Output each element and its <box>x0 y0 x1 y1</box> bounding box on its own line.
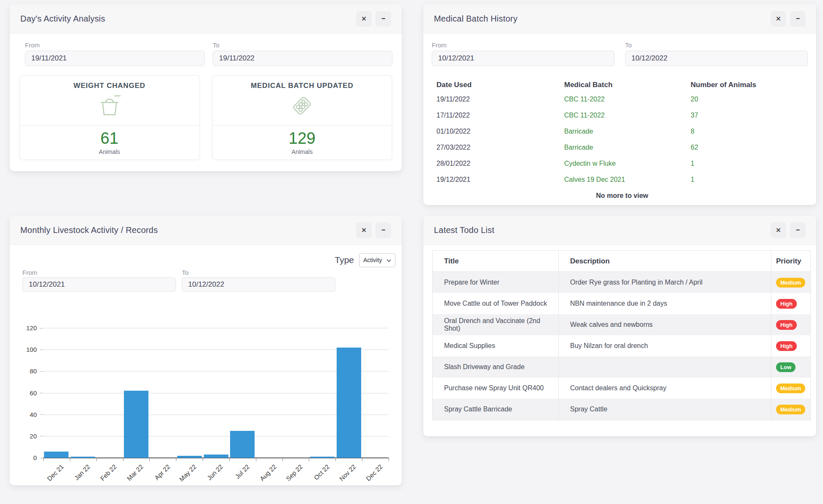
batch-name-link[interactable]: Barricade <box>564 128 691 135</box>
close-button[interactable]: ✕ <box>771 222 786 238</box>
y-axis-tick-label: 40 <box>10 411 37 418</box>
batch-history-row: 19/11/2022CBC 11-202220 <box>436 91 808 107</box>
todo-description-cell: Buy Nilzan for oral drench <box>559 335 771 356</box>
x-axis-tick <box>176 458 176 461</box>
type-select-value: Activity <box>363 257 382 263</box>
batch-animals-cell: 62 <box>691 144 808 151</box>
panel-header: Day's Activity Analysis ✕ − <box>10 4 402 33</box>
to-label: To <box>182 269 189 276</box>
batch-name-link[interactable]: CBC 11-2022 <box>564 96 691 103</box>
close-button[interactable]: ✕ <box>356 11 372 27</box>
medical-batch-history-panel: Medical Batch History ✕ − From To 10/12/… <box>423 4 816 205</box>
minimize-icon: − <box>796 226 800 234</box>
batch-history-row: 27/03/2022Barricade62 <box>436 140 808 156</box>
to-label: To <box>625 41 632 49</box>
todo-table-header: Title Description Priority <box>433 251 810 272</box>
y-axis-tick <box>40 350 43 350</box>
weight-changed-card: WEIGHT CHANGED 61 Animals <box>19 75 200 160</box>
x-axis-tick <box>70 458 70 461</box>
todo-priority-cell: High <box>771 293 810 314</box>
medical-batch-updated-count: 129 <box>289 130 315 148</box>
chevron-down-icon <box>387 257 391 263</box>
todo-table: Title Description Priority Prepare for W… <box>432 250 811 420</box>
todo-title-cell: Prepare for Winter <box>433 272 559 293</box>
type-select[interactable]: Activity <box>359 253 395 267</box>
from-date-input[interactable]: 19/11/2021 <box>25 51 205 66</box>
todo-row: Medical SuppliesBuy Nilzan for oral dren… <box>433 335 810 356</box>
stat-unit-label: Animals <box>291 148 313 155</box>
batch-name-link[interactable]: Cydectin w Fluke <box>564 160 691 167</box>
priority-badge: High <box>776 299 797 309</box>
chart-bar <box>230 431 255 458</box>
batch-history-row: 28/01/2022Cydectin w Fluke1 <box>436 156 808 172</box>
close-button[interactable]: ✕ <box>356 222 372 238</box>
close-icon: ✕ <box>776 226 781 234</box>
weight-scale-icon <box>96 93 123 120</box>
to-date-input[interactable]: 10/12/2022 <box>182 277 335 292</box>
column-header-medical-batch: Medical Batch <box>564 81 691 89</box>
batch-history-table: Date Used Medical Batch Number of Animal… <box>432 79 808 200</box>
x-axis-tick <box>123 458 123 461</box>
panel-title: Medical Batch History <box>434 14 771 24</box>
chart-gridline <box>43 328 389 329</box>
batch-name-link[interactable]: CBC 11-2022 <box>564 112 691 119</box>
y-axis-tick <box>40 371 43 372</box>
todo-row: Prepare for WinterOrder Rye grass for Pl… <box>433 272 810 293</box>
y-axis-tick-label: 100 <box>10 346 37 353</box>
todo-description-cell: Contact dealers and Quickspray <box>559 378 771 399</box>
from-label: From <box>22 269 37 276</box>
minimize-button[interactable]: − <box>376 11 391 27</box>
x-axis-tick <box>43 458 44 461</box>
batch-date-cell: 28/01/2022 <box>436 160 564 167</box>
x-axis-tick <box>335 458 336 461</box>
y-axis-tick <box>40 414 43 415</box>
x-axis-tick <box>283 458 283 461</box>
medical-batch-updated-card: MEDICAL BATCH UPDATED 129 Animals <box>212 75 392 160</box>
todo-title-cell: Spray Cattle Barricade <box>433 399 559 420</box>
todo-priority-cell: High <box>771 314 810 335</box>
todo-row: Slash Driveway and GradeLow <box>433 356 810 378</box>
close-icon: ✕ <box>776 15 781 23</box>
priority-badge: High <box>776 320 797 330</box>
close-button[interactable]: ✕ <box>771 11 786 27</box>
minimize-button[interactable]: − <box>790 11 806 27</box>
to-date-input[interactable]: 19/11/2022 <box>213 51 392 66</box>
todo-description-cell: NBN maintenance due in 2 days <box>559 293 771 314</box>
batch-name-link[interactable]: Calves 19 Dec 2021 <box>564 176 691 184</box>
batch-date-cell: 01/10/2022 <box>436 128 564 135</box>
panel-header: Medical Batch History ✕ − <box>423 4 816 33</box>
y-axis-tick-label: 80 <box>10 367 37 375</box>
panel-header: Monthly Livestock Activity / Records ✕ − <box>10 216 402 245</box>
batch-history-row: 17/11/2022CBC 11-202237 <box>436 107 808 123</box>
monthly-livestock-activity-panel: Monthly Livestock Activity / Records ✕ −… <box>10 216 402 485</box>
batch-table-header: Date Used Medical Batch Number of Animal… <box>436 79 808 91</box>
batch-name-link[interactable]: Barricade <box>564 144 691 151</box>
priority-badge: Medium <box>776 383 805 393</box>
from-label: From <box>432 41 447 49</box>
pill-blister-icon <box>289 93 315 120</box>
latest-todo-list-panel: Latest Todo List ✕ − Title Description P… <box>423 216 816 436</box>
x-axis-tick <box>389 458 389 461</box>
y-axis-tick <box>40 393 43 393</box>
from-date-input[interactable]: 10/12/2021 <box>22 277 176 292</box>
x-axis-tick <box>203 458 203 461</box>
priority-badge: Low <box>776 362 796 372</box>
batch-animals-cell: 1 <box>691 160 808 167</box>
chart-bar <box>124 391 148 458</box>
to-date-input[interactable]: 10/12/2022 <box>625 51 808 66</box>
panel-header: Latest Todo List ✕ − <box>423 216 816 245</box>
column-header-priority: Priority <box>771 251 810 271</box>
y-axis-tick <box>40 458 43 458</box>
minimize-icon: − <box>381 15 385 22</box>
from-date-input[interactable]: 10/12/2021 <box>432 51 615 66</box>
minimize-button[interactable]: − <box>376 222 391 238</box>
todo-row: Oral Drench and Vaccinate (2nd Shot)Weak… <box>433 314 810 335</box>
panel-title: Monthly Livestock Activity / Records <box>20 225 356 235</box>
chart-bar <box>71 457 95 458</box>
batch-date-cell: 17/11/2022 <box>436 112 564 119</box>
todo-title-cell: Medical Supplies <box>433 335 559 356</box>
y-axis-tick-label: 20 <box>10 433 37 440</box>
x-axis-tick <box>229 458 230 461</box>
minimize-button[interactable]: − <box>790 222 806 238</box>
todo-priority-cell: Low <box>771 356 810 378</box>
